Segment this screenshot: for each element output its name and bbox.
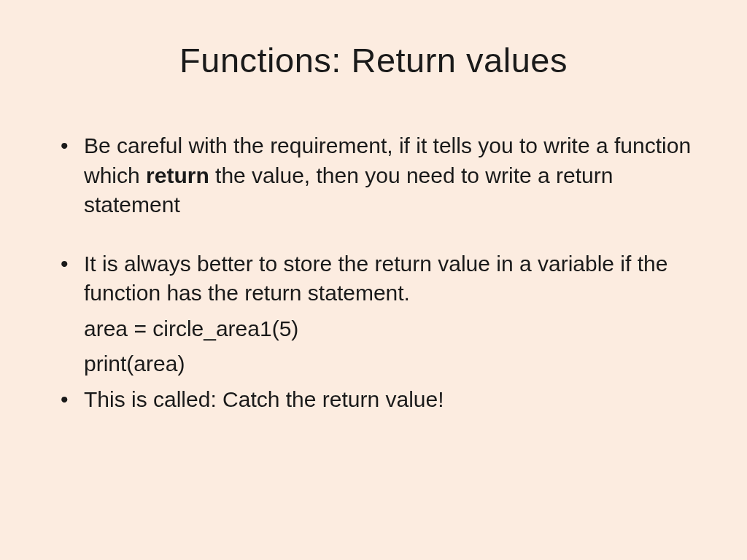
bullet-text: It is always better to store the return … bbox=[84, 252, 667, 306]
bullet-list: Be careful with the requirement, if it t… bbox=[55, 131, 707, 414]
code-line: print(area) bbox=[55, 349, 707, 379]
slide-content: Be careful with the requirement, if it t… bbox=[40, 131, 707, 414]
bullet-item: It is always better to store the return … bbox=[55, 249, 707, 308]
bullet-text: This is called: Catch the return value! bbox=[84, 387, 444, 411]
bullet-item: This is called: Catch the return value! bbox=[55, 385, 707, 415]
bullet-text-bold: return bbox=[146, 163, 209, 187]
bullet-item: Be careful with the requirement, if it t… bbox=[55, 131, 707, 220]
code-text: print(area) bbox=[84, 351, 185, 376]
code-text: area = circle_area1(5) bbox=[84, 316, 298, 341]
slide-title: Functions: Return values bbox=[40, 40, 707, 80]
code-line: area = circle_area1(5) bbox=[55, 314, 707, 344]
